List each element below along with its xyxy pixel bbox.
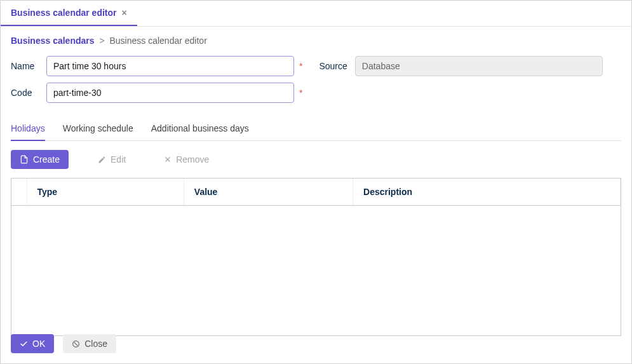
required-mark: *: [299, 61, 302, 71]
breadcrumb-separator: >: [99, 36, 104, 46]
tab-title: Business calendar editor: [11, 8, 117, 18]
close-button[interactable]: Close: [63, 334, 116, 353]
col-value[interactable]: Value: [184, 179, 353, 206]
remove-button-label: Remove: [176, 155, 209, 164]
edit-button-label: Edit: [111, 155, 126, 164]
name-input[interactable]: [46, 56, 294, 76]
create-button[interactable]: Create: [11, 150, 69, 169]
footer-actions: OK Close: [11, 334, 116, 353]
file-plus-icon: [20, 155, 29, 164]
table-toolbar: Create Edit Remove: [11, 150, 621, 169]
window-tabbar: Business calendar editor ×: [1, 1, 631, 27]
table-empty-body: [11, 206, 621, 335]
code-label: Code: [11, 88, 39, 98]
close-button-label: Close: [84, 339, 107, 348]
breadcrumb-root-link[interactable]: Business calendars: [11, 36, 95, 46]
svg-line-3: [74, 342, 77, 345]
editor-window: Business calendar editor × Business cale…: [0, 0, 632, 364]
check-icon: [20, 340, 28, 348]
holidays-table: Type Value Description: [11, 179, 621, 335]
remove-button[interactable]: Remove: [155, 150, 218, 169]
ok-button-label: OK: [32, 339, 45, 348]
source-input: [355, 56, 603, 76]
col-type[interactable]: Type: [27, 179, 184, 206]
tab-business-calendar-editor[interactable]: Business calendar editor ×: [1, 1, 137, 26]
col-description[interactable]: Description: [353, 179, 621, 206]
pencil-icon: [98, 156, 106, 164]
edit-button[interactable]: Edit: [89, 150, 135, 169]
code-input[interactable]: [46, 83, 294, 103]
subtab-holidays[interactable]: Holidays: [11, 117, 45, 141]
col-select: [11, 179, 27, 206]
row-name: Name * Source: [11, 56, 621, 76]
breadcrumb-current: Business calendar editor: [109, 36, 206, 46]
subtabs: Holidays Working schedule Additional bus…: [11, 117, 621, 141]
content-area: Business calendars > Business calendar e…: [1, 27, 631, 345]
row-code: Code *: [11, 83, 621, 103]
cancel-icon: [72, 340, 80, 348]
holidays-table-container: Type Value Description: [11, 178, 621, 336]
source-label: Source: [319, 61, 347, 71]
ok-button[interactable]: OK: [11, 334, 54, 353]
tab-close-icon[interactable]: ×: [122, 8, 127, 18]
breadcrumb: Business calendars > Business calendar e…: [11, 36, 621, 46]
create-button-label: Create: [33, 155, 60, 164]
required-mark: *: [299, 88, 302, 98]
subtab-additional-business-days[interactable]: Additional business days: [151, 117, 249, 140]
remove-icon: [164, 156, 171, 163]
subtab-working-schedule[interactable]: Working schedule: [63, 117, 133, 140]
name-label: Name: [11, 61, 39, 71]
